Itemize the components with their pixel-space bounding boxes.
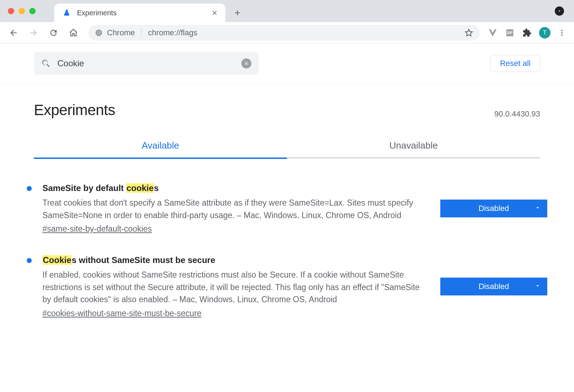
flag-title-pre: SameSite by default [42, 183, 126, 193]
tab-title: Experiments [77, 9, 205, 17]
flag-title-highlight: cookie [126, 183, 154, 193]
flags-list: SameSite by default cookies Treat cookie… [0, 158, 574, 332]
back-button[interactable] [5, 25, 22, 41]
window-zoom-icon[interactable] [29, 8, 36, 14]
omnibox-app-label: Chrome [107, 28, 135, 37]
flag-item: SameSite by default cookies Treat cookie… [27, 165, 547, 237]
flag-title: SameSite by default cookies [42, 183, 422, 193]
close-tab-button[interactable] [211, 9, 218, 16]
flag-item: Cookies without SameSite must be secure … [27, 237, 547, 322]
flag-title-highlight: Cookie [42, 255, 72, 265]
flask-icon [63, 9, 71, 17]
flags-search-box[interactable] [34, 52, 258, 75]
flag-description: Treat cookies that don't specify a SameS… [42, 197, 422, 221]
browser-tabstrip: Experiments [0, 0, 574, 22]
chrome-icon [95, 29, 103, 37]
svg-point-6 [561, 32, 563, 33]
clear-search-button[interactable] [241, 58, 251, 68]
flag-status-dot-icon [27, 258, 32, 263]
svg-point-7 [561, 34, 563, 36]
svg-point-2 [98, 32, 100, 34]
browser-tab[interactable]: Experiments [54, 4, 225, 22]
svg-point-5 [561, 30, 563, 31]
flag-anchor-link[interactable]: #same-site-by-default-cookies [42, 224, 152, 233]
flag-body: SameSite by default cookies Treat cookie… [42, 183, 430, 234]
flags-search-input[interactable] [57, 58, 235, 68]
flag-status-dot-icon [27, 186, 32, 191]
search-row: Reset all [0, 43, 574, 84]
window-close-icon[interactable] [8, 8, 14, 14]
chevron-down-icon [534, 204, 541, 213]
bookmark-star-icon[interactable] [464, 28, 473, 37]
reload-button[interactable] [45, 25, 62, 41]
flag-description: If enabled, cookies without SameSite res… [42, 269, 422, 306]
flag-state-select[interactable]: Disabled [440, 200, 547, 217]
extension-rp-icon[interactable]: RP [503, 26, 517, 40]
omnibox-url: chrome://flags [148, 28, 197, 37]
flag-select-value: Disabled [478, 204, 509, 213]
chevron-down-icon [534, 282, 541, 291]
profile-initial: T [543, 29, 547, 36]
extensions-puzzle-icon[interactable] [520, 26, 534, 40]
flag-title: Cookies without SameSite must be secure [42, 255, 422, 265]
chrome-version: 90.0.4430.93 [494, 109, 540, 119]
flag-action: Disabled [440, 200, 547, 217]
browser-menu-button[interactable] [555, 26, 569, 40]
flag-title-post: s without SameSite must be secure [72, 255, 215, 265]
tabstrip-account-dropdown[interactable] [555, 6, 564, 16]
flag-state-select[interactable]: Disabled [440, 278, 547, 295]
profile-avatar[interactable]: T [539, 27, 550, 38]
reset-all-button[interactable]: Reset all [490, 55, 540, 72]
extension-vue-icon[interactable] [486, 26, 500, 40]
flag-title-post: s [154, 183, 159, 193]
flag-action: Disabled [440, 278, 547, 295]
flag-body: Cookies without SameSite must be secure … [42, 255, 430, 318]
address-bar[interactable]: Chrome chrome://flags [88, 25, 480, 41]
svg-text:RP: RP [507, 31, 512, 35]
page-content: Reset all Experiments 90.0.4430.93 Avail… [0, 43, 574, 332]
title-row: Experiments 90.0.4430.93 [0, 84, 574, 122]
flag-anchor-link[interactable]: #cookies-without-same-site-must-be-secur… [42, 309, 201, 318]
flags-tabs: Available Unavailable [34, 140, 540, 158]
window-traffic-lights [8, 8, 36, 14]
tab-unavailable[interactable]: Unavailable [287, 140, 540, 158]
new-tab-button[interactable] [230, 6, 245, 20]
omnibox-divider [141, 28, 142, 37]
search-icon [41, 58, 51, 68]
window-minimize-icon[interactable] [19, 8, 25, 14]
home-button[interactable] [65, 25, 82, 41]
forward-button[interactable] [25, 25, 42, 41]
tab-available[interactable]: Available [34, 140, 287, 159]
page-title: Experiments [34, 102, 115, 119]
flag-select-value: Disabled [478, 282, 509, 291]
browser-toolbar: Chrome chrome://flags RP T [0, 22, 574, 43]
